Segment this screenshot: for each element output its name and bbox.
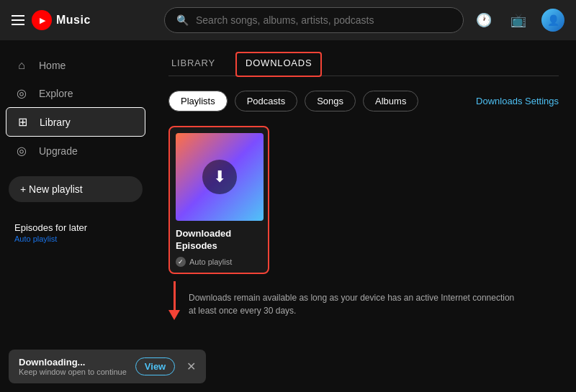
card-title: Downloaded Episodes [176, 228, 262, 252]
library-icon: ⊞ [15, 115, 30, 129]
check-icon: ✓ [176, 257, 186, 267]
arrow-icon [168, 281, 180, 320]
history-icon[interactable]: 🕐 [472, 9, 495, 32]
avatar[interactable]: 👤 [541, 9, 564, 32]
card-thumbnail: ⬇ [176, 133, 264, 221]
sidebar-item-library[interactable]: ⊞ Library [6, 107, 145, 137]
topbar-right: 🕐 📺 👤 [472, 9, 564, 32]
info-section: Downloads remain available as long as yo… [168, 288, 559, 320]
sidebar-item-explore-label: Explore [39, 88, 73, 99]
tab-downloads[interactable]: DOWNLOADS [235, 52, 322, 77]
sidebar-item-explore[interactable]: ◎ Explore [0, 79, 151, 107]
notif-text: Downloading... Keep window open to conti… [19, 357, 127, 376]
tab-library[interactable]: LIBRARY [168, 52, 218, 76]
cards-grid: ⬇ Downloaded Episodes ✓ Auto playlist [168, 126, 559, 274]
bottom-notification: Downloading... Keep window open to conti… [9, 350, 206, 383]
cast-icon[interactable]: 📺 [507, 9, 530, 32]
download-icon: ⬇ [202, 160, 237, 194]
sidebar: ⌂ Home ◎ Explore ⊞ Library ◎ Upgrade + N… [0, 40, 151, 392]
view-button[interactable]: View [135, 357, 175, 375]
layout: ⌂ Home ◎ Explore ⊞ Library ◎ Upgrade + N… [0, 40, 576, 392]
topbar-left: Music [12, 10, 156, 30]
notif-title: Downloading... [19, 357, 127, 368]
tabs-header: LIBRARY DOWNLOADS [168, 52, 559, 76]
sidebar-item-upgrade-label: Upgrade [39, 145, 78, 157]
search-bar[interactable]: 🔍 [164, 7, 464, 33]
filter-podcasts[interactable]: Podcasts [235, 91, 297, 111]
episodes-subtitle: Auto playlist [14, 234, 137, 243]
playlist-card[interactable]: ⬇ Downloaded Episodes ✓ Auto playlist [168, 126, 269, 274]
episodes-title: Episodes for later [14, 222, 137, 233]
info-text: Downloads remain available as long as yo… [189, 288, 520, 317]
episodes-section[interactable]: Episodes for later Auto playlist [0, 216, 151, 249]
sidebar-item-home-label: Home [39, 60, 66, 71]
new-playlist-label: + New playlist [20, 183, 83, 195]
logo: Music [32, 10, 91, 30]
search-icon: 🔍 [176, 14, 189, 26]
app-title: Music [56, 14, 91, 27]
explore-icon: ◎ [14, 86, 29, 100]
notif-subtitle: Keep window open to continue [19, 368, 127, 376]
topbar: Music 🔍 🕐 📺 👤 [0, 0, 576, 40]
menu-icon[interactable] [12, 15, 24, 25]
upgrade-icon: ◎ [14, 144, 29, 158]
filter-albums[interactable]: Albums [363, 91, 418, 111]
home-icon: ⌂ [14, 59, 29, 72]
filter-row: Playlists Podcasts Songs Albums Download… [168, 91, 559, 111]
sidebar-item-home[interactable]: ⌂ Home [0, 52, 151, 79]
main-content: LIBRARY DOWNLOADS Playlists Podcasts Son… [151, 40, 576, 392]
sidebar-item-upgrade[interactable]: ◎ Upgrade [0, 137, 151, 165]
close-icon[interactable]: ✕ [186, 360, 196, 373]
filter-playlists[interactable]: Playlists [168, 91, 228, 111]
filter-songs[interactable]: Songs [305, 91, 356, 111]
downloads-settings-link[interactable]: Downloads Settings [476, 96, 559, 106]
new-playlist-button[interactable]: + New playlist [9, 176, 143, 202]
card-badge: ✓ Auto playlist [176, 257, 262, 267]
search-input[interactable] [196, 14, 451, 26]
sidebar-item-library-label: Library [40, 117, 71, 128]
logo-icon [32, 10, 52, 30]
card-badge-label: Auto playlist [189, 257, 232, 266]
